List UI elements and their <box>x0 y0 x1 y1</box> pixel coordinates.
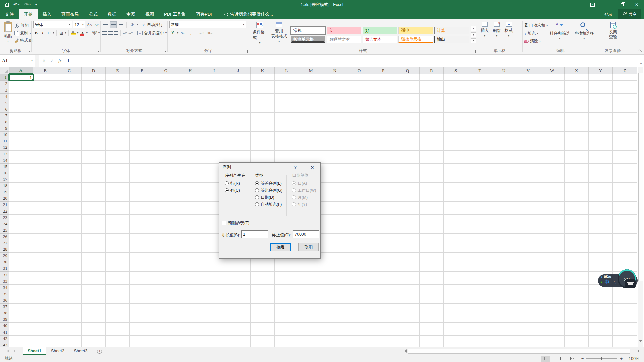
row-header-2[interactable]: 2 <box>0 81 9 87</box>
undo-button[interactable]: ↶▾ <box>13 2 20 8</box>
copy-button[interactable]: 复制▾ <box>14 29 32 37</box>
column-header-U[interactable]: U <box>492 67 516 74</box>
zoom-out-button[interactable]: − <box>581 356 584 361</box>
merge-center-button[interactable]: ↔合并后居中▾ <box>137 29 167 37</box>
orientation-button[interactable]: ab <box>129 21 136 28</box>
radio-option-自动填充[interactable]: 自动填充(F) <box>255 201 286 208</box>
radio-option-等比序列[interactable]: 等比序列(G) <box>255 187 286 194</box>
column-header-I[interactable]: I <box>202 67 226 74</box>
font-size-combo[interactable]: 12▾ <box>73 21 85 28</box>
dialog-launcher-icon[interactable] <box>163 50 166 53</box>
tab-file[interactable]: 文件 <box>0 9 19 19</box>
row-header-13[interactable]: 13 <box>0 151 9 157</box>
expand-formula-bar-button[interactable]: ▾ <box>638 55 644 67</box>
style-cell-好[interactable]: 好 <box>363 27 397 34</box>
style-cell-差[interactable]: 差 <box>327 27 361 34</box>
horizontal-scrollbar[interactable] <box>399 347 644 355</box>
gallery-up-button[interactable]: ▲ <box>471 26 476 31</box>
row-header-3[interactable]: 3 <box>0 87 9 94</box>
style-cell-计算[interactable]: 计算 <box>434 27 469 34</box>
number-format-combo[interactable]: 常规▾ <box>169 21 246 28</box>
row-header-14[interactable]: 14 <box>0 157 9 164</box>
invoice-check-button[interactable]: 发票查验 <box>607 21 619 48</box>
bold-button[interactable]: B <box>33 29 39 36</box>
style-cell-适中[interactable]: 适中 <box>398 27 433 34</box>
sheet-tab-Sheet3[interactable]: Sheet3 <box>69 347 93 355</box>
radio-等比序列[interactable] <box>255 188 259 192</box>
row-header-38[interactable]: 38 <box>0 310 9 316</box>
ribbon-tab-页面布局[interactable]: 页面布局 <box>56 9 84 19</box>
radio-行[interactable] <box>225 181 229 185</box>
style-cell-链接单元格[interactable]: 链接单元格 <box>398 36 433 43</box>
fill-color-button[interactable] <box>71 29 76 36</box>
column-header-A[interactable]: A <box>9 67 33 74</box>
row-header-6[interactable]: 6 <box>0 106 9 113</box>
cut-button[interactable]: 剪切 <box>14 22 32 29</box>
next-sheet-button[interactable] <box>14 349 17 353</box>
confirm-entry-button[interactable]: ✓ <box>50 58 54 63</box>
row-header-32[interactable]: 32 <box>0 272 9 278</box>
radio-option-行[interactable]: 行(R) <box>225 180 250 187</box>
row-header-40[interactable]: 40 <box>0 323 9 329</box>
align-bottom-button[interactable] <box>118 21 124 28</box>
column-header-V[interactable]: V <box>516 67 540 74</box>
insert-cells-button[interactable]: ← 插入 ▾ <box>479 21 491 48</box>
grow-font-button[interactable]: A˄ <box>86 21 93 28</box>
row-header-42[interactable]: 42 <box>0 336 9 342</box>
column-header-T[interactable]: T <box>468 67 492 74</box>
row-header-22[interactable]: 22 <box>0 208 9 215</box>
row-header-30[interactable]: 30 <box>0 259 9 265</box>
close-button[interactable]: ✕ <box>629 0 644 9</box>
align-middle-button[interactable] <box>110 21 117 28</box>
row-header-33[interactable]: 33 <box>0 278 9 285</box>
tab-splitter[interactable] <box>399 349 400 353</box>
prev-sheet-button[interactable] <box>5 349 9 353</box>
save-button[interactable] <box>5 3 9 7</box>
column-header-Z[interactable]: Z <box>613 67 637 74</box>
conditional-formatting-button[interactable]: 条件格式 ▾ <box>251 21 269 48</box>
view-normal-button[interactable] <box>541 356 550 362</box>
column-header-H[interactable]: H <box>178 67 202 74</box>
radio-option-列[interactable]: 列(C) <box>225 187 250 194</box>
step-value-input[interactable]: 1 <box>241 230 268 238</box>
row-header-8[interactable]: 8 <box>0 119 9 125</box>
trend-checkbox[interactable] <box>222 221 226 225</box>
column-header-K[interactable]: K <box>251 67 275 74</box>
trend-checkbox-row[interactable]: 预测趋势(T) <box>222 220 249 226</box>
style-cell-输出[interactable]: 输出 <box>434 36 469 43</box>
radio-日期[interactable] <box>255 195 259 199</box>
row-header-35[interactable]: 35 <box>0 291 9 297</box>
column-header-L[interactable]: L <box>275 67 299 74</box>
align-center-button[interactable] <box>108 29 113 36</box>
ribbon-tab-公式[interactable]: 公式 <box>84 9 103 19</box>
ribbon-tab-视图[interactable]: 视图 <box>140 9 159 19</box>
ribbon-tab-审阅[interactable]: 审阅 <box>121 9 140 19</box>
row-header-15[interactable]: 15 <box>0 164 9 170</box>
selected-cell-a1[interactable]: 1 <box>9 74 34 81</box>
view-page-layout-button[interactable] <box>554 356 563 362</box>
row-header-1[interactable]: 1 <box>0 74 9 81</box>
row-header-18[interactable]: 18 <box>0 183 9 189</box>
radio-日[interactable] <box>292 181 296 185</box>
ribbon-tab-数据[interactable]: 数据 <box>103 9 121 19</box>
column-header-Q[interactable]: Q <box>395 67 420 74</box>
customize-qat-button[interactable]: ▾ <box>35 3 37 6</box>
select-all-corner[interactable] <box>0 67 9 74</box>
dialog-launcher-icon[interactable] <box>96 50 99 53</box>
row-header-25[interactable]: 25 <box>0 227 9 234</box>
scroll-left-arrow[interactable] <box>402 349 407 353</box>
increase-decimal-button[interactable]: ←.0 <box>198 29 205 36</box>
zoom-slider[interactable] <box>586 358 617 359</box>
column-header-M[interactable]: M <box>299 67 323 74</box>
font-name-combo[interactable]: 宋体▾ <box>33 21 72 28</box>
radio-option-年[interactable]: 年(Y) <box>292 201 319 208</box>
radio-年[interactable] <box>292 202 296 206</box>
radio-月[interactable] <box>292 195 296 199</box>
increase-indent-button[interactable]: ⇒≡ <box>128 29 133 36</box>
accounting-format-button[interactable]: ¥ <box>169 29 176 36</box>
paste-button[interactable]: 粘贴 ▾ <box>2 21 14 44</box>
radio-option-日期[interactable]: 日期(D) <box>255 194 286 201</box>
column-header-D[interactable]: D <box>82 67 106 74</box>
row-header-4[interactable]: 4 <box>0 94 9 100</box>
clear-button[interactable]: 清除▾ <box>524 38 548 45</box>
